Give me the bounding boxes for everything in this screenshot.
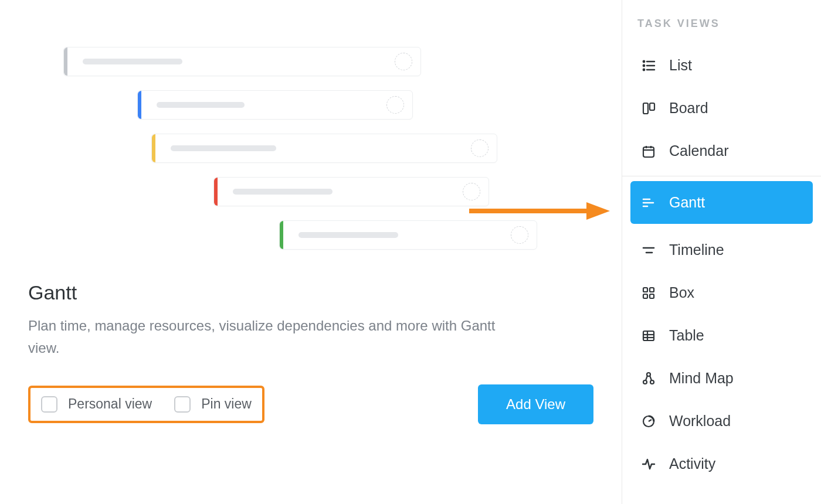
bottom-row: Personal view Pin view Add View <box>28 384 593 424</box>
board-icon <box>641 101 656 116</box>
personal-view-option[interactable]: Personal view <box>41 396 152 413</box>
view-item-timeline[interactable]: Timeline <box>630 229 813 271</box>
workload-icon <box>641 414 656 429</box>
view-item-activity[interactable]: Activity <box>630 442 813 485</box>
svg-point-4 <box>643 69 644 70</box>
gantt-task-bar <box>137 90 413 120</box>
view-label: Box <box>669 284 694 301</box>
pin-view-option[interactable]: Pin view <box>174 396 252 413</box>
gantt-task-bar <box>279 220 537 250</box>
checkbox-icon[interactable] <box>41 396 57 413</box>
svg-rect-9 <box>650 103 654 110</box>
view-label: Gantt <box>669 194 705 211</box>
gantt-icon <box>641 195 656 210</box>
gantt-task-bar <box>213 177 489 206</box>
avatar-placeholder <box>471 139 488 157</box>
svg-rect-23 <box>643 331 654 340</box>
calendar-icon <box>641 144 656 159</box>
task-views-sidebar: TASK VIEWS List Board Calendar <box>622 0 821 504</box>
svg-rect-22 <box>650 294 654 298</box>
gantt-preview <box>63 47 568 258</box>
view-label: Workload <box>669 413 731 430</box>
view-title: Gantt <box>28 281 593 304</box>
svg-point-3 <box>643 64 644 66</box>
svg-rect-10 <box>643 147 654 157</box>
main-panel: Gantt Plan time, manage resources, visua… <box>0 0 622 504</box>
annotation-arrow-icon <box>469 199 610 223</box>
activity-icon <box>641 457 656 472</box>
checkbox-label: Personal view <box>68 396 152 412</box>
svg-rect-21 <box>643 294 647 298</box>
box-icon <box>641 285 656 301</box>
view-item-workload[interactable]: Workload <box>630 400 813 442</box>
avatar-placeholder <box>463 183 480 200</box>
avatar-placeholder <box>395 53 412 70</box>
svg-rect-19 <box>643 288 647 292</box>
add-view-button[interactable]: Add View <box>478 384 593 424</box>
svg-line-31 <box>650 376 652 380</box>
avatar-placeholder <box>511 226 528 244</box>
view-item-gantt[interactable]: Gantt <box>630 181 813 224</box>
svg-rect-20 <box>650 288 654 292</box>
svg-line-33 <box>649 420 652 421</box>
checkbox-label: Pin view <box>201 396 252 412</box>
view-item-list[interactable]: List <box>630 44 813 87</box>
svg-point-28 <box>643 380 647 384</box>
svg-rect-8 <box>643 103 648 114</box>
view-item-table[interactable]: Table <box>630 314 813 357</box>
list-icon <box>641 58 656 73</box>
svg-line-30 <box>646 376 647 380</box>
view-label: Activity <box>669 455 715 472</box>
timeline-icon <box>641 243 656 258</box>
avatar-placeholder <box>386 96 404 114</box>
view-item-calendar[interactable]: Calendar <box>630 130 813 172</box>
gantt-task-bar <box>63 47 421 76</box>
view-label: Table <box>669 327 704 344</box>
view-label: List <box>669 57 692 74</box>
view-item-mindmap[interactable]: Mind Map <box>630 357 813 400</box>
view-label: Timeline <box>669 241 724 258</box>
mindmap-icon <box>641 371 656 386</box>
svg-marker-1 <box>586 202 610 220</box>
table-icon <box>641 328 656 343</box>
svg-point-29 <box>650 380 654 384</box>
sidebar-header: TASK VIEWS <box>630 18 813 30</box>
view-item-box[interactable]: Box <box>630 271 813 314</box>
view-label: Calendar <box>669 142 728 159</box>
checkbox-icon[interactable] <box>174 396 191 413</box>
view-item-board[interactable]: Board <box>630 87 813 130</box>
gantt-task-bar <box>151 134 497 163</box>
view-description: Plan time, manage resources, visualize d… <box>28 315 527 360</box>
view-label: Board <box>669 100 708 117</box>
view-label: Mind Map <box>669 370 734 387</box>
svg-point-2 <box>643 60 644 62</box>
options-highlight-group: Personal view Pin view <box>28 386 264 423</box>
